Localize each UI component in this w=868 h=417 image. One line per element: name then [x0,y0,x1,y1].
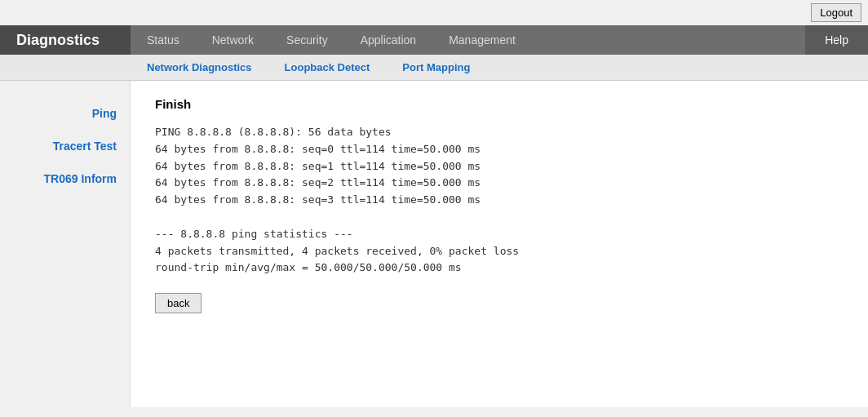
sidebar-item-tracert[interactable]: Tracert Test [0,130,130,162]
nav-item-status[interactable]: Status [131,25,196,55]
finish-label: Finish [155,97,844,111]
sidebar-item-ping[interactable]: Ping [0,97,130,130]
subnav-network-diagnostics[interactable]: Network Diagnostics [131,55,268,80]
subnav-loopback-detect[interactable]: Loopback Detect [268,55,387,80]
ping-output: PING 8.8.8.8 (8.8.8.8): 56 data bytes 64… [155,124,844,277]
top-bar: Logout [0,0,868,25]
logout-button[interactable]: Logout [811,3,861,22]
nav-top-row: Status Network Security Application Mana… [131,25,805,55]
nav-item-application[interactable]: Application [344,25,433,55]
subnav-port-mapping[interactable]: Port Mapping [386,55,486,80]
main-nav: Diagnostics Status Network Security Appl… [0,25,868,55]
back-button[interactable]: back [155,293,202,313]
help-button[interactable]: Help [805,25,868,55]
sidebar-item-tr069[interactable]: TR069 Inform [0,162,130,195]
sub-nav: Network Diagnostics Loopback Detect Port… [0,55,868,81]
diagnostics-label: Diagnostics [0,25,131,55]
nav-item-network[interactable]: Network [196,25,270,55]
main-content: Finish PING 8.8.8.8 (8.8.8.8): 56 data b… [131,81,868,407]
nav-item-management[interactable]: Management [432,25,532,55]
sidebar: Ping Tracert Test TR069 Inform [0,81,131,407]
content: Ping Tracert Test TR069 Inform Finish PI… [0,81,868,407]
nav-item-security[interactable]: Security [270,25,344,55]
